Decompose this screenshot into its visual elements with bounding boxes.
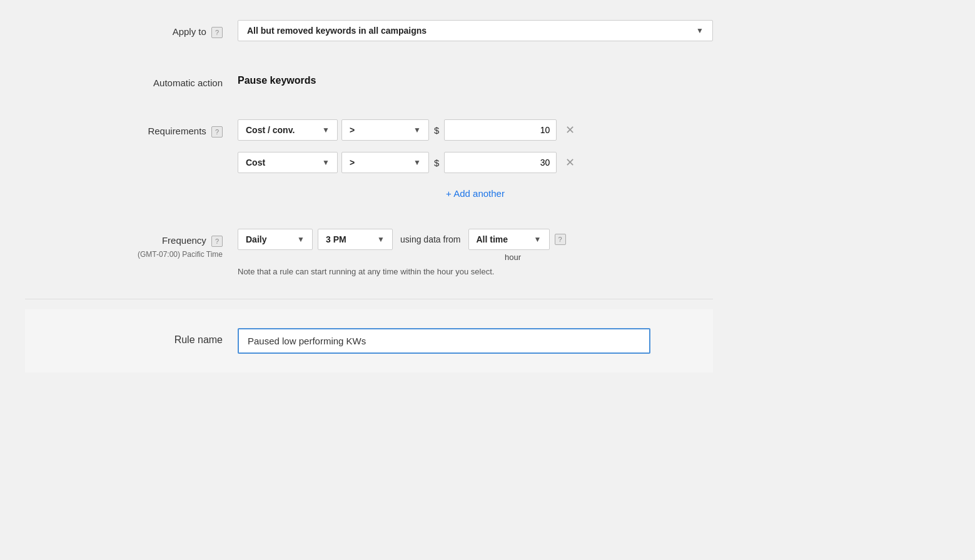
metric-value-1: Cost / conv. bbox=[246, 125, 295, 135]
remove-button-2[interactable]: ✕ bbox=[560, 154, 580, 171]
requirement-row-1: Cost / conv. ▼ > ▼ $ ✕ bbox=[238, 119, 713, 141]
apply-to-text: Apply to bbox=[173, 26, 206, 37]
requirements-content: Cost / conv. ▼ > ▼ $ ✕ Cost ▼ > bbox=[238, 119, 713, 199]
timezone-text: (GMT-07:00) Pacific Time bbox=[138, 250, 223, 259]
requirements-text: Requirements bbox=[148, 126, 206, 136]
frequency-row: Frequency ? (GMT-07:00) Pacific Time Dai… bbox=[25, 221, 713, 284]
schedule-value: Daily bbox=[246, 234, 266, 244]
apply-to-content: All but removed keywords in all campaign… bbox=[238, 20, 713, 41]
metric-dropdown-2[interactable]: Cost ▼ bbox=[238, 152, 338, 173]
automatic-action-content: Pause keywords bbox=[238, 71, 713, 86]
rule-name-content bbox=[238, 328, 713, 354]
value-input-1[interactable] bbox=[444, 119, 557, 141]
rule-name-input[interactable] bbox=[238, 328, 650, 354]
data-range-value: All time bbox=[477, 234, 508, 244]
apply-to-help-icon[interactable]: ? bbox=[211, 27, 223, 38]
schedule-dropdown[interactable]: Daily ▼ bbox=[238, 229, 313, 250]
hour-label: hour bbox=[313, 252, 713, 262]
metric-value-2: Cost bbox=[246, 158, 265, 168]
apply-to-arrow-icon: ▼ bbox=[696, 26, 704, 35]
frequency-text: Frequency bbox=[162, 235, 206, 246]
metric-arrow-2: ▼ bbox=[322, 158, 330, 167]
remove-button-1[interactable]: ✕ bbox=[560, 122, 580, 138]
frequency-label: Frequency ? (GMT-07:00) Pacific Time bbox=[25, 229, 238, 260]
automatic-action-label: Automatic action bbox=[25, 71, 238, 89]
apply-to-dropdown[interactable]: All but removed keywords in all campaign… bbox=[238, 20, 713, 41]
frequency-controls-row: Daily ▼ 3 PM ▼ using data from All time … bbox=[238, 229, 713, 250]
time-dropdown[interactable]: 3 PM ▼ bbox=[318, 229, 393, 250]
apply-to-label: Apply to ? bbox=[25, 20, 238, 38]
dollar-sign-2: $ bbox=[434, 158, 439, 168]
requirements-row: Requirements ? Cost / conv. ▼ > ▼ $ ✕ bbox=[25, 112, 713, 206]
apply-to-row: Apply to ? All but removed keywords in a… bbox=[25, 12, 713, 49]
frequency-sub: Daily ▼ 3 PM ▼ using data from All time … bbox=[238, 229, 713, 276]
operator-arrow-1: ▼ bbox=[413, 126, 421, 134]
metric-dropdown-1[interactable]: Cost / conv. ▼ bbox=[238, 119, 338, 141]
frequency-help-icon[interactable]: ? bbox=[211, 236, 223, 247]
requirements-help-icon[interactable]: ? bbox=[211, 126, 223, 138]
schedule-arrow-icon: ▼ bbox=[297, 235, 305, 244]
data-range-help-icon[interactable]: ? bbox=[555, 234, 566, 245]
frequency-note: Note that a rule can start running at an… bbox=[238, 267, 713, 276]
separator bbox=[25, 299, 713, 299]
automatic-action-row: Automatic action Pause keywords bbox=[25, 64, 713, 97]
using-data-text: using data from bbox=[400, 234, 461, 244]
time-value: 3 PM bbox=[326, 234, 346, 244]
requirements-label: Requirements ? bbox=[25, 119, 238, 138]
operator-value-1: > bbox=[350, 125, 355, 135]
data-range-dropdown[interactable]: All time ▼ bbox=[468, 229, 550, 250]
operator-value-2: > bbox=[350, 158, 355, 168]
dollar-sign-1: $ bbox=[434, 125, 439, 136]
data-range-arrow-icon: ▼ bbox=[534, 235, 542, 244]
rule-name-label: Rule name bbox=[25, 328, 238, 346]
rule-name-row: Rule name bbox=[25, 309, 713, 372]
time-arrow-icon: ▼ bbox=[377, 235, 385, 244]
action-title: Pause keywords bbox=[238, 71, 713, 86]
metric-arrow-1: ▼ bbox=[322, 126, 330, 134]
operator-dropdown-1[interactable]: > ▼ bbox=[341, 119, 429, 141]
automatic-action-text: Automatic action bbox=[153, 78, 223, 88]
frequency-content: Daily ▼ 3 PM ▼ using data from All time … bbox=[238, 229, 713, 276]
add-another-button[interactable]: + Add another bbox=[238, 188, 713, 199]
value-input-2[interactable] bbox=[444, 152, 557, 173]
operator-arrow-2: ▼ bbox=[413, 158, 421, 167]
apply-to-value: All but removed keywords in all campaign… bbox=[247, 26, 427, 36]
operator-dropdown-2[interactable]: > ▼ bbox=[341, 152, 429, 173]
form-container: Apply to ? All but removed keywords in a… bbox=[25, 12, 713, 372]
requirement-row-2: Cost ▼ > ▼ $ ✕ bbox=[238, 152, 713, 173]
